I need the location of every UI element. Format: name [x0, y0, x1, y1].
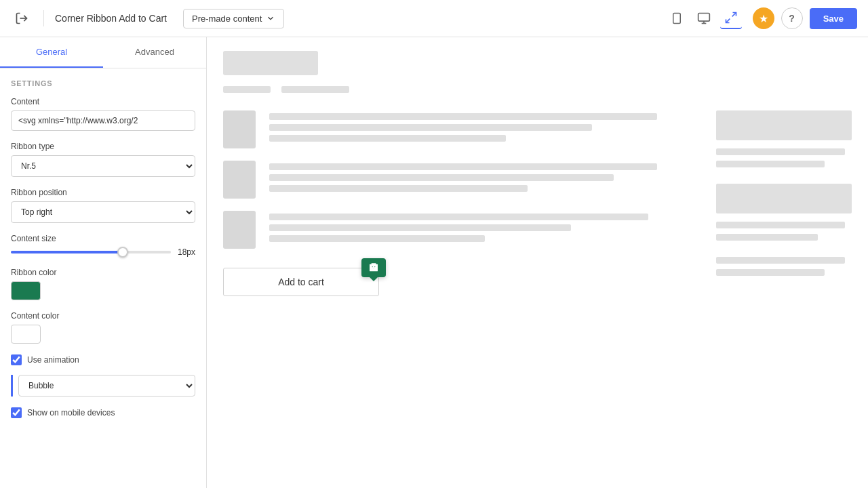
- ribbon-color-swatch[interactable]: [11, 281, 41, 300]
- ribbon-color-label: Ribbon color: [11, 268, 195, 277]
- preview-top: [223, 51, 852, 97]
- slider-track: [11, 251, 171, 253]
- topbar-actions: ★ ? Save: [753, 7, 857, 29]
- sidebar-content: SETTINGS Content Ribbon type Nr.5 Nr.1 N…: [0, 68, 206, 488]
- content-field-group: Content: [11, 97, 195, 131]
- tab-general[interactable]: General: [0, 37, 103, 68]
- content-color-field-group: Content color: [11, 311, 195, 344]
- preview-row-3: [223, 211, 700, 249]
- ribbon-type-label: Ribbon type: [11, 142, 195, 151]
- content-color-label: Content color: [11, 311, 195, 321]
- svg-line-6: [732, 13, 736, 17]
- thumb-3: [223, 211, 256, 249]
- skel-subtitle-row: [223, 86, 852, 97]
- line-1b: [269, 124, 592, 131]
- preview-content: Add to cart: [223, 110, 852, 296]
- slider-fill: [11, 251, 123, 253]
- line-2c: [269, 185, 528, 192]
- add-to-cart-area: Add to cart: [223, 261, 700, 296]
- device-icons: [666, 7, 742, 29]
- main-layout: General Advanced SETTINGS Content Ribbon…: [0, 37, 868, 488]
- skel-title: [223, 51, 318, 75]
- help-button[interactable]: ?: [781, 7, 803, 29]
- line-1a: [269, 113, 657, 120]
- page-title: Corner Ribbon Add to Cart: [55, 13, 167, 24]
- line-3a: [269, 214, 648, 220]
- topbar-divider: [43, 10, 44, 26]
- save-button[interactable]: Save: [810, 8, 857, 29]
- slider-value: 18px: [178, 247, 195, 257]
- animation-type-select[interactable]: Bubble Bounce Shake Pulse: [18, 375, 195, 396]
- preview-right: [716, 110, 852, 296]
- add-to-cart-wrap: Add to cart: [223, 268, 379, 296]
- line-1c: [269, 135, 506, 142]
- desktop-icon[interactable]: [693, 7, 715, 29]
- right-line-3: [716, 222, 845, 228]
- ribbon-badge: [361, 258, 386, 277]
- content-size-slider-row: 18px: [11, 247, 195, 257]
- svg-rect-3: [698, 14, 709, 22]
- lines-3: [269, 211, 700, 249]
- line-2b: [269, 174, 614, 181]
- right-line-6: [716, 269, 825, 276]
- ribbon-position-select[interactable]: Top right Top left Bottom left Bottom ri…: [11, 201, 195, 223]
- animation-type-field-group: Bubble Bounce Shake Pulse: [11, 375, 195, 396]
- topbar: Corner Ribbon Add to Cart Pre-made conte…: [0, 0, 868, 37]
- mobile-icon[interactable]: [666, 7, 688, 29]
- use-animation-label: Use animation: [27, 355, 79, 365]
- right-line-1: [716, 148, 845, 155]
- tab-advanced[interactable]: Advanced: [103, 37, 206, 68]
- premade-label: Pre-made content: [192, 14, 262, 24]
- settings-section-label: SETTINGS: [11, 79, 195, 87]
- preview-left: Add to cart: [223, 110, 700, 296]
- line-3c: [269, 235, 485, 242]
- right-line-2: [716, 161, 825, 167]
- ribbon-position-field-group: Ribbon position Top right Top left Botto…: [11, 188, 195, 223]
- show-mobile-label: Show on mobile devices: [27, 408, 115, 418]
- show-mobile-row: Show on mobile devices: [11, 407, 195, 418]
- sidebar: General Advanced SETTINGS Content Ribbon…: [0, 37, 207, 488]
- skel-line-1: [223, 86, 271, 93]
- ribbon-type-field-group: Ribbon type Nr.5 Nr.1 Nr.2 Nr.3 Nr.4: [11, 142, 195, 177]
- thumb-2: [223, 161, 256, 199]
- content-input[interactable]: [11, 110, 195, 131]
- right-block-2: [716, 184, 852, 214]
- svg-rect-1: [673, 14, 680, 24]
- lines-2: [269, 161, 700, 199]
- line-2a: [269, 163, 657, 170]
- responsive-icon[interactable]: [720, 7, 742, 29]
- ribbon-color-field-group: Ribbon color: [11, 268, 195, 300]
- star-button[interactable]: ★: [753, 7, 774, 29]
- show-mobile-checkbox[interactable]: [11, 407, 22, 418]
- slider-thumb: [117, 247, 128, 258]
- use-animation-row: Use animation: [11, 354, 195, 365]
- ribbon-type-select[interactable]: Nr.5 Nr.1 Nr.2 Nr.3 Nr.4: [11, 155, 195, 177]
- content-color-swatch[interactable]: [11, 325, 41, 344]
- use-animation-checkbox[interactable]: [11, 354, 22, 365]
- content-label: Content: [11, 97, 195, 106]
- add-to-cart-button[interactable]: Add to cart: [223, 268, 379, 296]
- thumb-1: [223, 110, 256, 148]
- content-size-label: Content size: [11, 234, 195, 243]
- premade-content-button[interactable]: Pre-made content: [183, 9, 284, 28]
- line-3b: [269, 224, 571, 231]
- back-button[interactable]: [11, 7, 33, 29]
- content-size-field-group: Content size 18px: [11, 234, 195, 257]
- preview-row-2: [223, 161, 700, 199]
- right-line-4: [716, 234, 818, 241]
- lines-1: [269, 110, 700, 148]
- skel-line-2: [281, 86, 349, 93]
- right-line-5: [716, 257, 845, 264]
- right-block-1: [716, 110, 852, 140]
- preview-row-1: [223, 110, 700, 148]
- sidebar-tabs: General Advanced: [0, 37, 206, 68]
- ribbon-position-label: Ribbon position: [11, 188, 195, 197]
- preview-area: Add to cart: [207, 37, 868, 488]
- svg-line-7: [726, 19, 730, 23]
